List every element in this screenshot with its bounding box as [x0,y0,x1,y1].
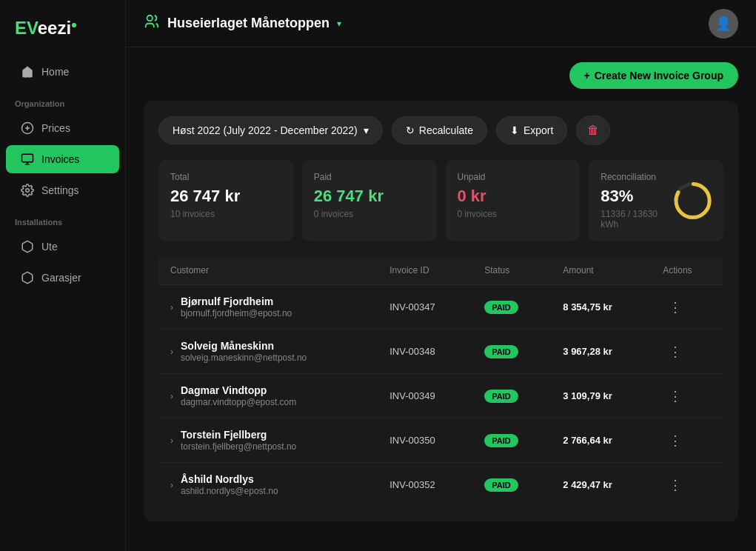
sidebar-item-home[interactable]: Home [6,58,119,86]
status-badge-0: PAID [484,301,518,314]
status-cell-4: PAID [472,463,551,507]
export-icon: ⬇ [510,124,519,136]
logo-ev: EV [15,18,38,38]
table-row: › Åshild Nordlys ashild.nordlys@epost.no… [158,463,723,507]
plus-icon: + [584,70,590,81]
create-invoice-group-button[interactable]: + Create New Invoice Group [569,62,738,89]
stat-unpaid-sub: 0 invoices [458,209,569,219]
table-row: › Solveig Måneskinn solveig.maneskinn@ne… [158,330,723,374]
sidebar-item-invoices[interactable]: Invoices [6,145,119,173]
row-chevron-icon-3[interactable]: › [170,435,173,446]
period-row: Høst 2022 (July 2022 - December 2022) ▾ … [158,116,723,145]
recalculate-label: Recalculate [419,124,473,136]
invoice-id-cell-3: INV-00350 [378,418,472,463]
export-label: Export [523,124,553,136]
amount-cell-2: 3 109,79 kr [551,374,651,418]
top-action-row: + Create New Invoice Group [144,62,738,89]
customer-cell-2: › Dagmar Vindtopp dagmar.vindtopp@epost.… [158,374,378,418]
stat-reconciliation-value: 83% [601,187,674,206]
actions-cell-0: ⋮ [651,285,723,330]
recalculate-icon: ↻ [406,124,415,136]
customer-name-4: Åshild Nordlys [181,473,278,485]
table-body: › Bjørnulf Fjordheim bjornulf.fjordheim@… [158,285,723,507]
invoice-id-4: INV-00352 [389,479,435,490]
stat-unpaid-value: 0 kr [458,187,569,206]
sidebar-item-garasjer-label: Garasjer [41,272,81,284]
row-chevron-icon-1[interactable]: › [170,347,173,357]
stat-reconciliation: Reconciliation 83% 11336 / 13630 kWh [589,160,723,241]
amount-cell-1: 3 967,28 kr [551,330,651,374]
period-chevron-icon: ▾ [364,124,369,136]
trash-icon: 🗑 [587,124,599,137]
create-button-label: Create New Invoice Group [595,70,723,81]
stat-total-sub: 10 invoices [170,209,281,219]
period-selector[interactable]: Høst 2022 (July 2022 - December 2022) ▾ [158,116,383,144]
invoice-id-1: INV-00348 [389,346,435,357]
customer-email-4: ashild.nordlys@epost.no [181,486,278,496]
reconciliation-info: Reconciliation 83% 11336 / 13630 kWh [601,172,674,230]
ute-icon [21,240,34,253]
table-row: › Torstein Fjellberg torstein.fjellberg@… [158,418,723,463]
stat-total-label: Total [170,172,281,182]
period-label: Høst 2022 (July 2022 - December 2022) [173,124,358,136]
col-invoice-id: Invoice ID [378,256,472,285]
header: Huseierlaget Månetoppen ▾ 👤 [126,0,756,47]
row-chevron-icon-4[interactable]: › [170,480,173,490]
customer-email-2: dagmar.vindtopp@epost.com [181,397,296,407]
customer-email-0: bjornulf.fjordheim@epost.no [181,308,292,318]
invoice-id-2: INV-00349 [389,390,435,401]
delete-button[interactable]: 🗑 [576,116,610,145]
logo-dot [72,23,76,27]
invoice-id-cell-4: INV-00352 [378,463,472,507]
main-content: Huseierlaget Månetoppen ▾ 👤 + Create New… [126,0,756,551]
row-chevron-icon-0[interactable]: › [170,302,173,313]
invoices-icon [21,153,34,166]
garasjer-icon [21,271,34,284]
invoice-group-card: Høst 2022 (July 2022 - December 2022) ▾ … [144,101,738,521]
amount-cell-4: 2 429,47 kr [551,463,651,507]
invoice-id-0: INV-00347 [389,301,435,313]
avatar[interactable]: 👤 [709,9,738,39]
invoice-id-cell-0: INV-00347 [378,285,472,330]
stat-paid-value: 26 747 kr [314,187,425,206]
status-badge-2: PAID [484,390,518,403]
install-section-label: Installations [0,206,125,231]
actions-menu-button-1[interactable]: ⋮ [663,341,688,363]
actions-cell-3: ⋮ [651,418,723,463]
actions-cell-2: ⋮ [651,374,723,418]
sidebar: EVeezi Home Organization Prices Invoices… [0,0,126,551]
sidebar-item-prices[interactable]: Prices [6,114,119,142]
customer-email-3: torstein.fjellberg@nettpost.no [181,441,296,452]
customer-email-1: solveig.maneskinn@nettpost.no [181,353,307,363]
svg-rect-3 [22,154,33,162]
sidebar-item-ute[interactable]: Ute [6,233,119,261]
sidebar-item-garasjer[interactable]: Garasjer [6,264,119,292]
export-button[interactable]: ⬇ Export [496,116,567,144]
org-name: Huseierlaget Månetoppen [167,16,330,31]
customer-name-0: Bjørnulf Fjordheim [181,295,292,307]
recalculate-button[interactable]: ↻ Recalculate [392,116,487,144]
actions-cell-4: ⋮ [651,463,723,507]
col-actions: Actions [651,256,723,285]
status-badge-1: PAID [484,345,518,358]
sidebar-item-settings[interactable]: Settings [6,176,119,204]
actions-menu-button-3[interactable]: ⋮ [663,430,688,452]
actions-cell-1: ⋮ [651,330,723,374]
sidebar-item-invoices-label: Invoices [41,153,79,165]
logo: EVeezi [0,12,125,56]
status-badge-4: PAID [484,478,518,492]
svg-point-7 [147,16,153,21]
stat-unpaid-label: Unpaid [458,172,569,182]
row-chevron-icon-2[interactable]: › [170,391,173,401]
status-badge-3: PAID [484,434,518,447]
customer-name-2: Dagmar Vindtopp [181,384,296,396]
actions-menu-button-0[interactable]: ⋮ [663,296,688,318]
table-row: › Bjørnulf Fjordheim bjornulf.fjordheim@… [158,285,723,330]
settings-icon [21,184,34,197]
status-cell-2: PAID [472,374,551,418]
actions-menu-button-4[interactable]: ⋮ [663,474,688,496]
actions-menu-button-2[interactable]: ⋮ [663,385,688,407]
invoice-id-cell-1: INV-00348 [378,330,472,374]
customer-cell-3: › Torstein Fjellberg torstein.fjellberg@… [158,418,378,463]
org-dropdown-icon[interactable]: ▾ [337,19,341,29]
